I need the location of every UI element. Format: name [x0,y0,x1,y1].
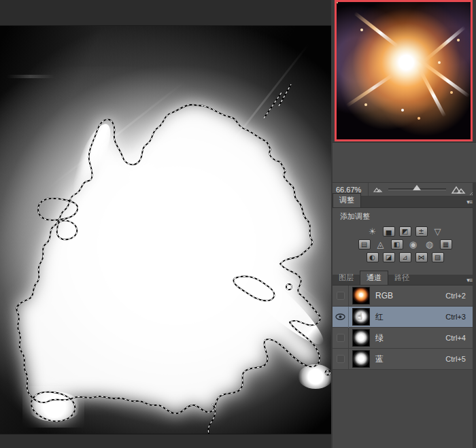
tab-adjustments[interactable]: 调整 [333,193,361,207]
explosion-thumbnail [337,2,471,139]
channel-shortcut: Ctrl+3 [445,313,466,321]
channel-row-green[interactable]: 绿 Ctrl+4 [333,328,474,349]
channel-thumbnail[interactable]: ☝ [352,308,370,326]
pasteboard-bottom [0,434,331,448]
channel-label: 绿 [375,332,384,344]
curves-icon[interactable]: ◩ [399,226,411,237]
adjustments-tab-bar: 调整 ▾≡ [333,196,476,208]
channel-label: 蓝 [375,354,384,365]
invert-icon[interactable]: ◐ [367,252,379,262]
adjustments-panel: 添加调整 ☀ ▅ ◩ ± ▽ ▤ ◬ ◧ ◉ ◍ ▦ ◐ ◪ ⊿ ⋈ ▨ [333,208,476,275]
channel-row-rgb[interactable]: RGB Ctrl+2 [333,286,474,307]
channel-label: RGB [375,291,393,300]
tab-channels[interactable]: 通道 [360,271,388,285]
navigator-panel [333,0,476,142]
navigator-spacer [333,142,476,182]
channels-empty-area [333,370,474,445]
spark-dots [337,2,338,3]
panel-column: 66.67% 调整 ▾≡ 添加调整 ☀ [331,0,476,448]
channel-shortcut: Ctrl+5 [445,355,466,363]
zoom-slider[interactable] [388,188,446,190]
channel-thumbnail[interactable] [352,350,370,368]
add-adjustment-label: 添加调整 [333,208,476,224]
channels-panel: RGB Ctrl+2 ☝ 红 Ctrl+3 [333,286,476,445]
gradient-map-icon[interactable]: ▨ [432,252,444,262]
eye-well [337,292,345,300]
posterize-icon[interactable]: ◪ [383,252,395,262]
black-white-icon[interactable]: ◧ [391,239,403,249]
photoshop-window: 66.67% 调整 ▾≡ 添加调整 ☀ [0,0,476,448]
panel-right-gutter [473,182,476,448]
threshold-icon[interactable]: ⊿ [399,252,411,262]
adjustment-icon-row: ▤ ◬ ◧ ◉ ◍ ▦ [333,239,476,249]
zoom-slider-thumb[interactable] [413,185,421,190]
color-balance-icon[interactable]: ◬ [375,239,387,249]
brightness-contrast-icon[interactable]: ☀ [367,226,379,237]
channel-label: 红 [375,311,384,323]
canvas-area [0,0,331,448]
tab-paths[interactable]: 路径 [388,271,415,285]
selection-marching-ants [0,26,331,434]
channel-thumbnail[interactable] [352,287,370,305]
eye-well [337,355,345,363]
document-canvas[interactable] [0,26,331,434]
exposure-icon[interactable]: ± [415,226,428,237]
channel-shortcut: Ctrl+4 [445,334,466,342]
photo-filter-icon[interactable]: ◉ [407,239,420,249]
channels-tab-bar: 图层 通道 路径 ▾≡ [333,275,476,286]
channel-row-red[interactable]: ☝ 红 Ctrl+3 [333,307,474,328]
color-lookup-icon[interactable]: ▦ [440,239,452,249]
tab-layers[interactable]: 图层 [333,271,360,285]
visibility-cell[interactable] [333,349,349,370]
zoom-out-icon[interactable] [373,186,384,192]
adjustment-icon-row: ☀ ▅ ◩ ± ▽ [333,226,476,237]
eye-icon [335,313,345,320]
adjustment-icon-row: ◐ ◪ ⊿ ⋈ ▨ [333,252,476,262]
channel-row-blue[interactable]: 蓝 Ctrl+5 [333,349,474,370]
zoom-level-field[interactable]: 66.67% [333,186,368,194]
hue-saturation-icon[interactable]: ▤ [358,239,371,249]
visibility-cell[interactable] [333,328,349,349]
vibrance-icon[interactable]: ▽ [432,226,444,237]
channel-mixer-icon[interactable]: ◍ [424,239,436,249]
channel-thumbnail[interactable] [352,329,370,347]
panel-menu-icon[interactable]: ▾≡ [466,199,472,205]
eye-well [337,334,345,342]
divider [368,183,369,196]
zoom-in-icon[interactable] [451,185,466,194]
pasteboard-top [0,0,331,26]
channel-shortcut: Ctrl+2 [445,292,466,300]
navigator-preview[interactable] [335,0,473,141]
selective-color-icon[interactable]: ⋈ [415,252,428,262]
hand-cursor-icon: ☝ [356,311,362,321]
levels-icon[interactable]: ▅ [383,226,395,237]
visibility-cell[interactable] [333,286,349,307]
panel-menu-icon[interactable]: ▾≡ [466,277,472,283]
visibility-cell[interactable] [333,307,349,328]
